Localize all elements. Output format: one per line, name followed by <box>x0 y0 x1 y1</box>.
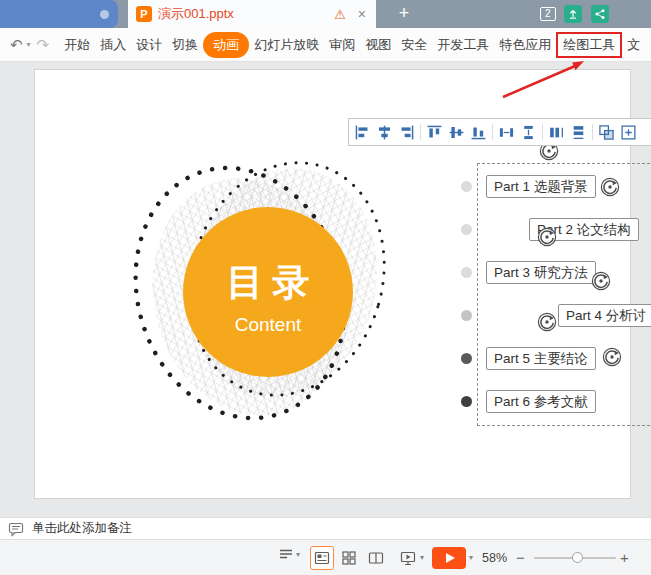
normal-view-icon <box>314 550 330 566</box>
notes-list-icon <box>278 546 294 562</box>
play-options-caret-icon[interactable]: ▾ <box>469 540 473 575</box>
home-pill-dot-icon <box>100 10 109 19</box>
play-slideshow-button[interactable] <box>432 547 466 569</box>
slideshow-caret-icon[interactable]: ▾ <box>420 540 424 575</box>
menu-tab-insert[interactable]: 插入 <box>95 32 131 58</box>
distribute-horizontally-icon[interactable] <box>498 124 515 141</box>
distribute-vertically-icon[interactable] <box>520 124 537 141</box>
animation-marker-icon[interactable] <box>537 227 557 247</box>
animation-marker-icon[interactable] <box>591 271 611 291</box>
animation-marker-icon[interactable] <box>600 177 620 197</box>
align-middle-vertical-icon[interactable] <box>448 124 465 141</box>
normal-view-button[interactable] <box>310 546 334 570</box>
zoom-level-label[interactable]: 58% <box>482 540 507 575</box>
cover-subtitle: Content <box>183 314 353 336</box>
home-button[interactable] <box>0 0 118 28</box>
toc-item-part5[interactable]: Part 5 主要结论 <box>486 347 596 370</box>
toc-bullet-dot <box>461 310 472 321</box>
toc-selection-dashed-border <box>477 163 651 426</box>
share-icon[interactable] <box>591 5 609 23</box>
align-right-icon[interactable] <box>398 124 415 141</box>
toolbar-separator <box>492 124 493 140</box>
notification-count-badge[interactable]: 2 <box>540 7 556 21</box>
toc-bullet-dot <box>461 181 472 192</box>
toc-bullet-dot <box>461 353 472 364</box>
group-icon[interactable] <box>598 124 615 141</box>
toc-item-part6[interactable]: Part 6 参考文献 <box>486 390 596 413</box>
presentation-doc-icon: P <box>136 6 152 22</box>
menu-tab-start[interactable]: 开始 <box>59 32 95 58</box>
ribbon-menu-bar: ↶ ▾ ↷ 开始 插入 设计 切换 动画 幻灯片放映 审阅 视图 安全 开发工具… <box>0 28 651 62</box>
toc-bullet-dot <box>461 224 472 235</box>
menu-tab-drawing-tools[interactable]: 绘图工具 <box>556 32 622 58</box>
cover-title-group[interactable]: 目录 Content <box>183 258 353 336</box>
menu-tab-design[interactable]: 设计 <box>131 32 167 58</box>
undo-dropdown-caret-icon[interactable]: ▾ <box>27 40 31 49</box>
menu-tab-transition[interactable]: 切换 <box>167 32 203 58</box>
more-tools-icon[interactable] <box>620 124 637 141</box>
status-bar: ▾ ▾ ▾ 58% − + <box>0 539 651 575</box>
toc-bullet-dot <box>461 267 472 278</box>
zoom-in-button[interactable]: + <box>620 540 629 575</box>
align-top-icon[interactable] <box>426 124 443 141</box>
menu-tab-dev-tools[interactable]: 开发工具 <box>432 32 494 58</box>
cover-title: 目录 <box>183 258 353 308</box>
slideshow-screen-icon <box>400 550 416 566</box>
slideshow-view-button[interactable] <box>396 546 420 570</box>
align-center-horizontal-icon[interactable] <box>376 124 393 141</box>
align-bottom-icon[interactable] <box>470 124 487 141</box>
toc-item-part1[interactable]: Part 1 选题背景 <box>486 175 596 198</box>
notes-bar[interactable]: 单击此处添加备注 <box>0 517 651 539</box>
notes-toggle-caret-icon: ▾ <box>296 550 300 559</box>
notes-placeholder: 单击此处添加备注 <box>32 520 132 537</box>
editing-canvas: 目录 Content Part 1 选题背景 Part 2 论文结构 Part … <box>0 62 651 517</box>
menu-tab-review[interactable]: 审阅 <box>324 32 360 58</box>
unsaved-warning-icon[interactable]: ⚠ <box>334 7 346 22</box>
toolbar-separator <box>542 124 543 140</box>
tab-close-icon[interactable]: × <box>358 6 366 22</box>
reading-view-button[interactable] <box>364 546 388 570</box>
toc-item-part3[interactable]: Part 3 研究方法 <box>486 261 596 284</box>
align-left-icon[interactable] <box>354 124 371 141</box>
document-tab[interactable]: P 演示001.pptx ⚠ × <box>128 0 376 28</box>
animation-marker-icon[interactable] <box>602 347 622 367</box>
animation-marker-icon[interactable] <box>537 312 557 332</box>
align-toolbar <box>348 118 651 146</box>
slide-sorter-view-button[interactable] <box>337 546 361 570</box>
menu-tab-special-apps[interactable]: 特色应用 <box>494 32 556 58</box>
redo-icon[interactable]: ↷ <box>37 36 50 54</box>
equal-height-icon[interactable] <box>548 124 565 141</box>
reading-view-icon <box>368 550 384 566</box>
toolbar-separator <box>592 124 593 140</box>
title-bar: P 演示001.pptx ⚠ × + 2 <box>0 0 651 28</box>
toc-item-part4[interactable]: Part 4 分析讨 <box>558 304 651 327</box>
menu-tab-text-cut[interactable]: 文 <box>622 32 645 58</box>
toolbar-separator <box>420 124 421 140</box>
cloud-upload-icon[interactable] <box>564 5 582 23</box>
zoom-slider-handle[interactable] <box>572 552 583 563</box>
menu-tab-security[interactable]: 安全 <box>396 32 432 58</box>
quick-access-toolbar: ↶ ▾ ↷ <box>0 36 59 54</box>
menu-tab-animation[interactable]: 动画 <box>203 32 249 58</box>
toc-bullet-dot <box>461 396 472 407</box>
undo-icon[interactable]: ↶ <box>10 36 23 54</box>
equal-width-icon[interactable] <box>570 124 587 141</box>
notes-bubble-icon <box>8 521 24 537</box>
new-tab-button[interactable]: + <box>390 0 418 28</box>
zoom-out-button[interactable]: − <box>516 540 525 575</box>
menu-tab-slideshow[interactable]: 幻灯片放映 <box>249 32 324 58</box>
notes-toggle-button[interactable]: ▾ <box>278 546 300 562</box>
play-icon <box>446 553 455 563</box>
slide-sorter-icon <box>341 550 357 566</box>
menu-tab-view[interactable]: 视图 <box>360 32 396 58</box>
document-tab-title: 演示001.pptx <box>158 5 234 23</box>
